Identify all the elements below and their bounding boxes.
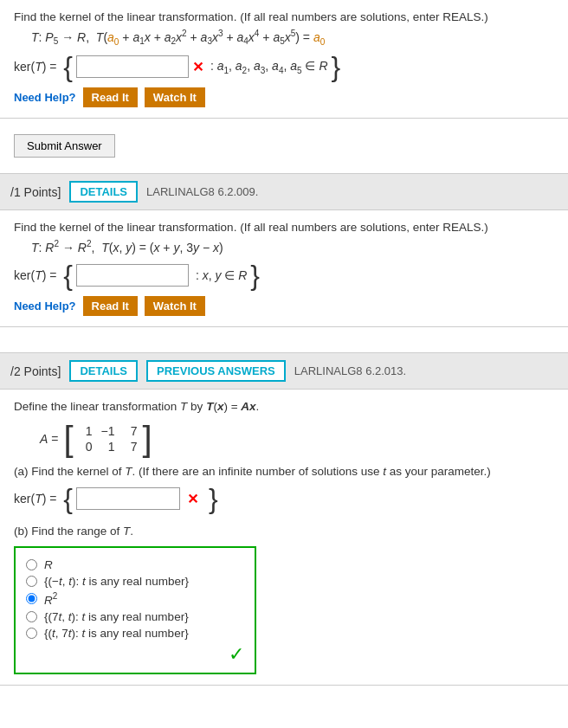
- ker2-input[interactable]: [77, 265, 188, 286]
- radio-R2[interactable]: [26, 593, 37, 604]
- matrix-cell-02: 7: [124, 424, 138, 438]
- check-mark-container: ✓: [26, 643, 244, 666]
- radio-item-neg-t-t: {(−t, t): t is any real number}: [26, 575, 244, 588]
- read-it-btn-2[interactable]: Read It: [83, 296, 138, 316]
- read-it-btn-1[interactable]: Read It: [83, 87, 138, 107]
- brace-left-1: {: [63, 53, 73, 81]
- problem3-header: /2 Points] DETAILS PREVIOUS ANSWERS LARL…: [0, 353, 568, 390]
- need-help-label-2: Need Help?: [14, 300, 76, 312]
- problem2-instruction: Find the kernel of the linear transforma…: [14, 221, 554, 234]
- matrix-cell-12: 7: [124, 440, 138, 454]
- problem3-instruction: Define the linear transformation T by T(…: [14, 400, 554, 413]
- ker3-input[interactable]: [77, 488, 179, 509]
- matrix-cell-00: 1: [79, 424, 93, 438]
- submit-answer-btn[interactable]: Submit Answer: [14, 134, 115, 158]
- matrix-cell-01: −1: [101, 424, 115, 438]
- ker1-input[interactable]: [77, 56, 188, 77]
- ker1-error-icon: ✕: [192, 59, 203, 75]
- ker1-prefix: ker(T) =: [14, 60, 60, 74]
- watch-it-btn-2[interactable]: Watch It: [145, 296, 205, 316]
- radio-7t-t-label[interactable]: {(7t, t): t is any real number}: [44, 610, 189, 623]
- ker2-prefix: ker(T) =: [14, 268, 60, 282]
- problem2-points: /1 Points]: [10, 185, 61, 199]
- ker3-input-box[interactable]: [76, 487, 180, 510]
- ker1-input-box[interactable]: [76, 55, 189, 78]
- matrix-bracket-right: ]: [143, 422, 152, 456]
- need-help-2: Need Help? Read It Watch It: [14, 296, 554, 316]
- radio-R-label[interactable]: R: [44, 558, 53, 571]
- problem2-details-btn[interactable]: DETAILS: [69, 181, 138, 203]
- radio-neg-t-t[interactable]: [26, 576, 37, 587]
- problem2-header: /1 Points] DETAILS LARLINALG8 6.2.009.: [0, 174, 568, 210]
- problem3-details-btn[interactable]: DETAILS: [69, 360, 138, 382]
- problem3-prev-answers-btn[interactable]: PREVIOUS ANSWERS: [146, 360, 286, 382]
- ker1-suffix: : a1, a2, a3, a4, a5 ∈ R: [207, 59, 328, 75]
- problem2-ker-line: ker(T) = { : x, y ∈ R }: [14, 261, 554, 289]
- radio-t-7t[interactable]: [26, 628, 37, 639]
- ker3-suffix: [202, 492, 205, 506]
- ker3-prefix: ker(T) =: [14, 492, 60, 506]
- problem3-ker-line: ker(T) = { ✕ }: [14, 485, 554, 512]
- brace-left-3: {: [63, 485, 73, 512]
- radio-neg-t-t-label[interactable]: {(−t, t): t is any real number}: [44, 575, 189, 588]
- problem3-section: Define the linear transformation T by T(…: [0, 390, 568, 686]
- problem2-code: LARLINALG8 6.2.009.: [146, 185, 258, 198]
- radio-item-7t-t: {(7t, t): t is any real number}: [26, 610, 244, 623]
- matrix-cell-11: 1: [101, 440, 115, 454]
- submit-section: Submit Answer: [0, 119, 568, 174]
- ker2-input-box[interactable]: [76, 264, 189, 287]
- matrix-section: A = [ 1 −1 7 0 1 7 ]: [14, 422, 554, 456]
- problem3-points: /2 Points]: [10, 364, 61, 378]
- matrix-A-label: A =: [40, 432, 58, 446]
- problem1-instruction: Find the kernel of the linear transforma…: [14, 10, 554, 23]
- problem2-section: Find the kernel of the linear transforma…: [0, 210, 568, 327]
- radio-R2-label[interactable]: R2: [44, 591, 57, 607]
- problem3-part-a-label: (a) Find the kernel of T. (If there are …: [14, 465, 554, 478]
- problem3-code: LARLINALG8 6.2.013.: [294, 364, 406, 377]
- matrix-A: A = [ 1 −1 7 0 1 7 ]: [40, 422, 152, 456]
- radio-t-7t-label[interactable]: {(t, 7t): t is any real number}: [44, 627, 189, 640]
- green-check-icon: ✓: [229, 643, 244, 665]
- problem1-section: Find the kernel of the linear transforma…: [0, 0, 568, 119]
- radio-item-R: R: [26, 558, 244, 571]
- brace-right-3: }: [209, 485, 218, 512]
- problem3-part-b-label: (b) Find the range of T.: [14, 525, 554, 538]
- need-help-1: Need Help? Read It Watch It: [14, 87, 554, 107]
- ker3-error-icon: ✕: [187, 491, 198, 507]
- matrix-cell-10: 0: [79, 440, 93, 454]
- radio-R[interactable]: [26, 559, 37, 570]
- need-help-label-1: Need Help?: [14, 91, 76, 104]
- watch-it-btn-1[interactable]: Watch It: [145, 87, 205, 107]
- problem1-ker-line: ker(T) = { ✕ : a1, a2, a3, a4, a5 ∈ R }: [14, 53, 554, 81]
- problem1-transform: T: P5 → R, T(a0 + a1x + a2x2 + a3x3 + a4…: [31, 29, 554, 46]
- matrix-content: 1 −1 7 0 1 7: [75, 422, 141, 455]
- radio-7t-t[interactable]: [26, 611, 37, 622]
- problem2-transform: T: R2 → R2, T(x, y) = (x + y, 3y − x): [31, 239, 554, 254]
- brace-right-2: }: [250, 261, 260, 289]
- ker2-suffix: : x, y ∈ R: [192, 268, 247, 282]
- matrix-bracket-left: [: [63, 422, 73, 456]
- spacer-1: [0, 327, 568, 353]
- radio-item-R2: R2: [26, 591, 244, 607]
- brace-left-2: {: [63, 261, 73, 289]
- radio-group-range: R {(−t, t): t is any real number} R2 {(7…: [14, 546, 256, 674]
- radio-item-t-7t: {(t, 7t): t is any real number}: [26, 627, 244, 640]
- brace-right-1: }: [332, 53, 341, 81]
